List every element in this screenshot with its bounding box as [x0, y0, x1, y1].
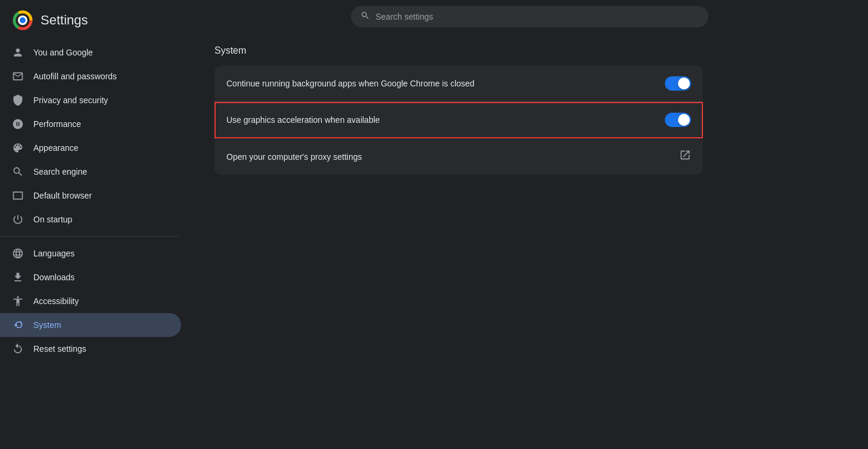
- search-icon: [360, 11, 370, 23]
- gpu-acceleration-label: Use graphics acceleration when available: [226, 115, 380, 125]
- settings-content: System Continue running background apps …: [191, 33, 727, 196]
- sidebar-label-search-engine: Search engine: [33, 167, 87, 176]
- sidebar-label-accessibility: Accessibility: [33, 296, 79, 306]
- sidebar-label-performance: Performance: [33, 119, 81, 129]
- sidebar-label-default-browser: Default browser: [33, 191, 92, 200]
- sidebar-item-downloads[interactable]: Downloads: [0, 265, 181, 289]
- palette-icon: [12, 142, 24, 154]
- sidebar-label-downloads: Downloads: [33, 273, 74, 282]
- section-title: System: [214, 45, 703, 56]
- main-content: System Continue running background apps …: [191, 0, 868, 449]
- sidebar-label-reset: Reset settings: [33, 344, 86, 354]
- power-icon: [12, 213, 24, 225]
- sidebar: Settings You and Google Autofill and pas…: [0, 0, 191, 449]
- sidebar-item-languages[interactable]: Languages: [0, 241, 181, 265]
- badge-icon: [12, 70, 24, 82]
- shield-icon: [12, 94, 24, 106]
- sidebar-label-on-startup: On startup: [33, 215, 72, 224]
- search-bar[interactable]: [351, 6, 708, 27]
- sidebar-header: Settings: [0, 0, 191, 41]
- sidebar-item-on-startup[interactable]: On startup: [0, 208, 181, 231]
- setting-proxy[interactable]: Open your computer's proxy settings: [214, 138, 703, 175]
- sidebar-label-languages: Languages: [33, 249, 74, 258]
- sidebar-label-appearance: Appearance: [33, 143, 79, 153]
- top-bar: [191, 0, 868, 33]
- performance-icon: [12, 118, 24, 130]
- globe-icon: [12, 247, 24, 259]
- sidebar-item-you-and-google[interactable]: You and Google: [0, 41, 181, 64]
- sidebar-item-accessibility[interactable]: Accessibility: [0, 289, 181, 313]
- default-browser-icon: [12, 190, 24, 202]
- settings-title: Settings: [41, 13, 88, 28]
- sidebar-label-system: System: [33, 320, 61, 330]
- search-icon: [12, 166, 24, 178]
- external-link-icon: [679, 149, 691, 164]
- chrome-logo-icon: [12, 10, 33, 31]
- settings-card: Continue running background apps when Go…: [214, 66, 703, 175]
- sidebar-item-default-browser[interactable]: Default browser: [0, 184, 181, 208]
- sidebar-label-you-and-google: You and Google: [33, 48, 93, 57]
- build-icon: [12, 319, 24, 331]
- nav-divider: [0, 236, 179, 237]
- background-apps-label: Continue running background apps when Go…: [226, 79, 474, 88]
- reset-icon: [12, 343, 24, 355]
- sidebar-item-performance[interactable]: Performance: [0, 112, 181, 136]
- sidebar-item-appearance[interactable]: Appearance: [0, 136, 181, 160]
- sidebar-item-search-engine[interactable]: Search engine: [0, 160, 181, 184]
- gpu-acceleration-toggle[interactable]: [665, 113, 691, 127]
- setting-gpu-acceleration: Use graphics acceleration when available: [214, 102, 703, 138]
- sidebar-item-autofill[interactable]: Autofill and passwords: [0, 64, 181, 88]
- person-icon: [12, 47, 24, 58]
- setting-background-apps: Continue running background apps when Go…: [214, 66, 703, 102]
- background-apps-toggle[interactable]: [665, 76, 691, 91]
- proxy-label: Open your computer's proxy settings: [226, 152, 362, 162]
- download-icon: [12, 271, 24, 283]
- accessibility-icon: [12, 295, 24, 307]
- sidebar-label-autofill: Autofill and passwords: [33, 72, 117, 81]
- svg-point-10: [20, 17, 26, 23]
- sidebar-item-system[interactable]: System: [0, 313, 181, 337]
- sidebar-item-reset[interactable]: Reset settings: [0, 337, 181, 361]
- search-input[interactable]: [376, 12, 699, 21]
- sidebar-label-privacy: Privacy and security: [33, 95, 108, 105]
- sidebar-item-privacy[interactable]: Privacy and security: [0, 88, 181, 112]
